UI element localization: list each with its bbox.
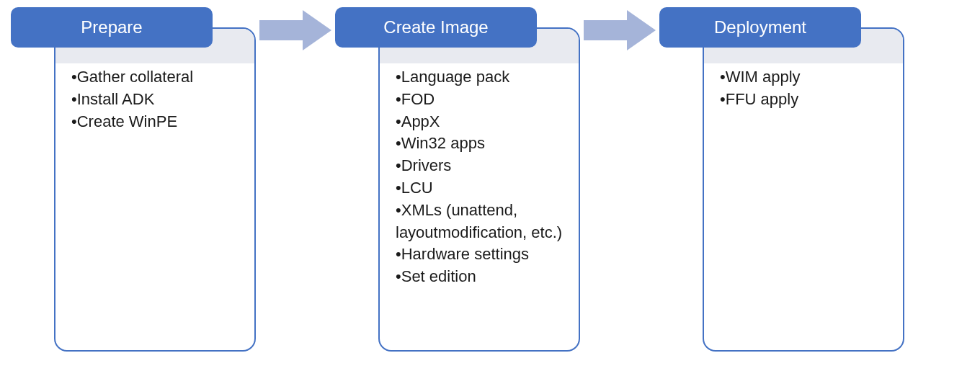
- svg-marker-1: [584, 10, 656, 50]
- stage-header: Prepare: [11, 7, 213, 48]
- bullet-text: AppX: [401, 112, 440, 130]
- bullet-text: Install ADK: [77, 90, 155, 108]
- bullet-item: •LCU: [396, 177, 571, 200]
- bullet-item: •Hardware settings: [396, 243, 571, 266]
- bullet-item: •Install ADK: [71, 89, 247, 111]
- stage-body: •Gather collateral •Install ADK •Create …: [54, 27, 256, 352]
- bullet-text: WIM apply: [726, 68, 801, 86]
- bullet-item: •Win32 apps: [396, 133, 571, 155]
- bullet-text: FFU apply: [726, 90, 798, 108]
- bullet-item: •Gather collateral: [71, 66, 247, 89]
- bullet-item: •FFU apply: [720, 89, 896, 111]
- arrow-icon: [584, 10, 656, 50]
- stage-body: •Language pack •FOD •AppX •Win32 apps •D…: [378, 27, 580, 352]
- stage-body: •WIM apply •FFU apply: [703, 27, 904, 352]
- svg-marker-0: [259, 10, 331, 50]
- bullet-text: XMLs (unattend, layoutmodification, etc.…: [396, 201, 562, 241]
- bullet-text: Win32 apps: [401, 134, 485, 152]
- stage-title: Create Image: [383, 17, 488, 37]
- bullet-text: FOD: [401, 90, 435, 108]
- stage-header: Create Image: [335, 7, 537, 48]
- bullet-text: Create WinPE: [77, 112, 177, 130]
- stage-header: Deployment: [659, 7, 861, 48]
- bullet-item: •Create WinPE: [71, 111, 247, 133]
- bullet-item: •WIM apply: [720, 66, 896, 89]
- bullet-item: •FOD: [396, 89, 571, 111]
- bullet-text: Set edition: [401, 267, 476, 285]
- bullet-text: Gather collateral: [77, 68, 193, 86]
- bullet-item: •XMLs (unattend, layoutmodification, etc…: [396, 200, 571, 244]
- bullet-item: •Drivers: [396, 155, 571, 177]
- bullet-item: •Language pack: [396, 66, 571, 89]
- bullet-text: Language pack: [401, 68, 509, 86]
- bullet-text: Hardware settings: [401, 245, 529, 263]
- bullet-item: •Set edition: [396, 266, 571, 288]
- bullet-item: •AppX: [396, 111, 571, 133]
- bullet-text: LCU: [401, 179, 433, 197]
- stage-title: Deployment: [714, 17, 806, 37]
- arrow-icon: [259, 10, 331, 50]
- bullet-text: Drivers: [401, 156, 452, 174]
- stage-title: Prepare: [81, 17, 142, 37]
